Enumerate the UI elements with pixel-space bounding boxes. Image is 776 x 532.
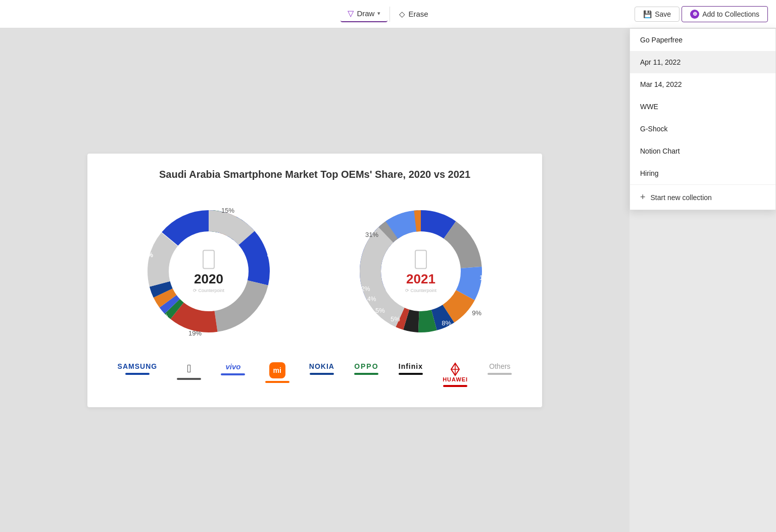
collection-item-apr-11-2022[interactable]: Apr 11, 2022 <box>630 51 775 73</box>
toolbar-separator <box>390 7 390 22</box>
start-new-collection-item[interactable]: + Start new collection <box>630 184 775 210</box>
brand-samsung-label: SAMSUNG <box>118 362 158 370</box>
add-to-collections-button[interactable]: ⊕ Add to Collections <box>682 6 768 22</box>
new-collection-label: Start new collection <box>651 194 712 202</box>
pct-3b: 3% <box>159 313 168 320</box>
pct-31: 31% <box>365 231 378 238</box>
collection-item-label: G-Shock <box>640 125 667 133</box>
draw-button[interactable]: ▽ Draw ▾ <box>341 6 387 22</box>
collection-item-hiring[interactable]: Hiring <box>630 162 775 184</box>
brand-huawei: HUAWEI <box>443 362 468 387</box>
brand-vivo-label: vivo <box>225 362 240 371</box>
collection-item-mar-14-2022[interactable]: Mar 14, 2022 <box>630 73 775 95</box>
pct-13: 13% <box>140 251 153 259</box>
brand-infinix: Infinix <box>399 362 423 375</box>
brand-oppo-bar <box>354 373 378 375</box>
pct-4: 4% <box>367 296 376 303</box>
chart-2021: 2021 ⟳ Counterpoint 31% 24% 14% 9% 8% 5%… <box>345 196 497 347</box>
brand-oppo-label: OPPO <box>354 362 378 370</box>
draw-icon: ▽ <box>348 9 354 18</box>
brand-apple:  <box>177 362 201 380</box>
brand-xiaomi-bar <box>265 381 289 383</box>
pct-2a: 2% <box>140 289 149 296</box>
collection-item-label: Apr 11, 2022 <box>640 58 681 66</box>
save-label: Save <box>655 10 671 18</box>
brand-samsung-bar <box>125 373 150 375</box>
toolbar: ▽ Draw ▾ ◇ Erase 💾 Save ⊕ Add to Collect… <box>0 0 776 28</box>
donut-2020-center: 2020 ⟳ Counterpoint <box>193 250 224 293</box>
brand-others-label: Others <box>489 362 510 370</box>
charts-row: 2020 ⟳ Counterpoint 15% 13% 2% 2% 3% 3% … <box>108 196 522 347</box>
pct-8: 8% <box>442 319 451 327</box>
collection-item-g-shock[interactable]: G-Shock <box>630 118 775 140</box>
year-2020-label: 2020 <box>193 271 224 286</box>
brand-xiaomi: mi <box>265 362 289 383</box>
add-collections-label: Add to Collections <box>702 10 759 18</box>
pct-43: 43% <box>267 251 280 259</box>
pct-2: 2% <box>361 285 370 293</box>
pct-5a: 5% <box>391 315 400 323</box>
toolbar-right: 💾 Save ⊕ Add to Collections <box>635 6 768 22</box>
brand-huawei-bar <box>443 385 467 387</box>
collection-item-label: Notion Chart <box>640 147 680 155</box>
brand-samsung: SAMSUNG <box>118 362 158 375</box>
brands-legend: SAMSUNG  vivo mi NOKIA <box>108 362 522 387</box>
brand-nokia: NOKIA <box>309 362 334 375</box>
chart-card: Saudi Arabia Smartphone Market Top OEMs'… <box>87 154 542 407</box>
pct-14: 14% <box>479 274 493 281</box>
collection-item-label: Mar 14, 2022 <box>640 80 682 88</box>
phone-icon-2020 <box>203 250 215 269</box>
brand-infinix-label: Infinix <box>399 362 423 370</box>
donut-2021-center: 2021 ⟳ Counterpoint <box>405 250 437 293</box>
pct-24: 24% <box>456 207 469 214</box>
pct-19: 19% <box>188 329 202 337</box>
collection-item-label: Go Paperfree <box>640 36 683 44</box>
draw-label: Draw <box>357 9 374 18</box>
collections-icon: ⊕ <box>690 10 699 19</box>
brand-nokia-label: NOKIA <box>309 362 334 370</box>
toolbar-center: ▽ Draw ▾ ◇ Erase <box>341 6 435 22</box>
brand-huawei-label: HUAWEI <box>443 376 468 382</box>
brand-infinix-bar <box>399 373 423 375</box>
collection-item-label: Hiring <box>640 169 659 177</box>
brand-vivo: vivo <box>221 362 245 375</box>
pct-5b: 5% <box>375 307 385 314</box>
collection-item-label: WWE <box>640 103 658 111</box>
year-2021-label: 2021 <box>405 271 437 286</box>
brand-vivo-bar <box>221 373 245 375</box>
huawei-logo-icon <box>447 362 463 376</box>
brand-nokia-bar <box>310 373 334 375</box>
erase-button[interactable]: ◇ Erase <box>392 7 435 22</box>
chart-2020: 2020 ⟳ Counterpoint 15% 13% 2% 2% 3% 3% … <box>133 196 284 347</box>
collection-item-go-paperfree[interactable]: Go Paperfree <box>630 29 775 51</box>
collection-item-notion-chart[interactable]: Notion Chart <box>630 140 775 162</box>
save-button[interactable]: 💾 Save <box>635 7 680 22</box>
collection-item-wwe[interactable]: WWE <box>630 95 775 118</box>
main-content: Saudi Arabia Smartphone Market Top OEMs'… <box>0 28 629 532</box>
pct-3a: 3% <box>151 306 160 313</box>
counterpoint-2021: ⟳ Counterpoint <box>405 287 437 293</box>
brand-others-bar <box>488 373 512 375</box>
huawei-logo-wrapper: HUAWEI <box>443 362 468 382</box>
apple-logo-icon:  <box>187 362 191 375</box>
chart-title: Saudi Arabia Smartphone Market Top OEMs'… <box>108 169 522 180</box>
phone-icon-2021 <box>415 250 427 269</box>
plus-icon: + <box>640 192 646 203</box>
save-icon: 💾 <box>643 10 652 18</box>
brand-apple-bar <box>177 378 201 380</box>
erase-icon: ◇ <box>399 10 405 19</box>
erase-label: Erase <box>408 10 428 18</box>
pct-15: 15% <box>221 207 234 214</box>
collections-dropdown: Go Paperfree Apr 11, 2022 Mar 14, 2022 W… <box>629 28 776 210</box>
brand-oppo: OPPO <box>354 362 378 375</box>
xiaomi-logo: mi <box>269 362 285 378</box>
pct-9: 9% <box>472 309 481 317</box>
counterpoint-2020: ⟳ Counterpoint <box>193 287 224 293</box>
pct-2b: 2% <box>143 299 152 306</box>
draw-chevron-icon: ▾ <box>377 10 380 17</box>
brand-others: Others <box>488 362 512 375</box>
